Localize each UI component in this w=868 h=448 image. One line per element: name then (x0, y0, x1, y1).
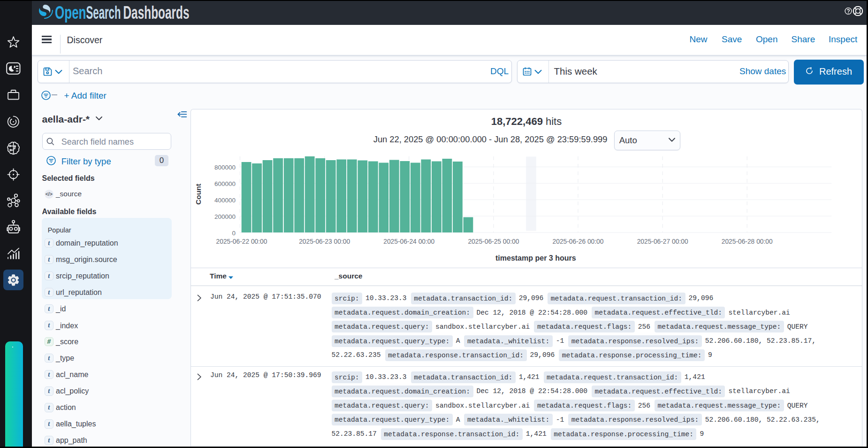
svg-text:2025-06-23 00:00: 2025-06-23 00:00 (299, 238, 350, 245)
svg-text:800000: 800000 (214, 164, 236, 171)
svg-text:Search: Search (86, 3, 121, 23)
svg-text:Dashboards: Dashboards (123, 3, 190, 23)
svg-text:200000: 200000 (214, 213, 236, 220)
svg-text:Open: Open (55, 3, 86, 23)
svg-text:2025-06-22 00:00: 2025-06-22 00:00 (216, 238, 267, 245)
svg-text:2025-06-24 00:00: 2025-06-24 00:00 (383, 238, 434, 245)
svg-text:timestamp per 3 hours: timestamp per 3 hours (495, 254, 576, 262)
svg-text:400000: 400000 (214, 197, 236, 204)
svg-text:2025-06-26 00:00: 2025-06-26 00:00 (553, 238, 604, 245)
svg-text:2025-06-27 00:00: 2025-06-27 00:00 (637, 238, 688, 245)
svg-text:0: 0 (232, 230, 236, 237)
svg-text:2025-06-25 00:00: 2025-06-25 00:00 (468, 238, 519, 245)
svg-text:600000: 600000 (214, 180, 236, 187)
svg-text:Count: Count (194, 184, 202, 205)
svg-text:2025-06-28 00:00: 2025-06-28 00:00 (722, 238, 773, 245)
